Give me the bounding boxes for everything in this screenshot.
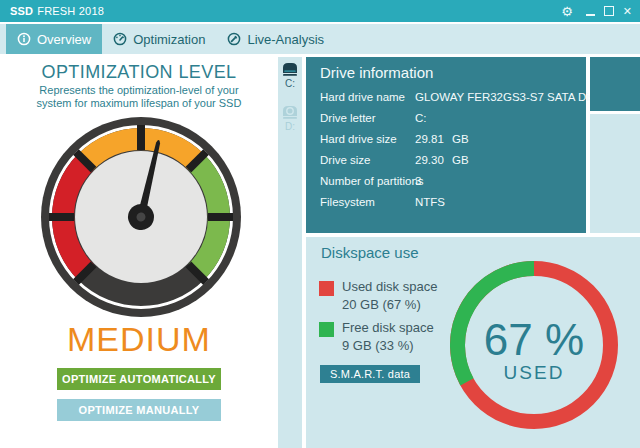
tab-optimization-label: Optimization [133,32,205,47]
donut-used-caption: USED [454,362,614,384]
settings-gear-icon[interactable]: ⚙ [561,5,573,18]
optimize-manually-button[interactable]: OPTIMIZE MANUALLY [57,399,221,421]
free-legend-label: Free disk space [342,319,434,337]
used-legend-swatch [319,281,334,296]
diskspace-panel: Diskspace use Used disk space 20 GB (67 … [306,237,640,448]
right-decor-panel [590,114,640,233]
table-row: Hard drive size 29.81 GB [320,132,582,147]
used-legend-detail: 20 GB (67 %) [342,296,437,314]
right-decor-block [590,57,640,111]
optimization-level-value: MEDIUM [0,320,278,359]
subtitle-line-1: Represents the optimization-level of you… [0,84,278,97]
tab-overview[interactable]: Overview [6,24,102,54]
title-bar: SSDFRESH 2018 ⚙ ✕ [0,0,640,22]
drive-item-d[interactable]: D: [278,104,302,132]
drive-selector-strip: C: D: [278,57,302,448]
hard-drive-icon [281,61,299,77]
row-unit: GB [452,153,469,168]
diskspace-title: Diskspace use [321,244,419,261]
drive-information-panel: Drive information Hard drive name GLOWAY… [306,57,586,233]
row-label: Drive letter [320,111,376,126]
tab-live-analysis[interactable]: Live-Analysis [216,24,335,54]
row-label: Hard drive size [320,132,397,147]
optimization-level-heading: OPTIMIZATION LEVEL [0,62,278,83]
row-value: NTFS [415,195,445,210]
drive-item-c[interactable]: C: [278,61,302,89]
tab-live-analysis-label: Live-Analysis [247,32,324,47]
free-legend-text: Free disk space 9 GB (33 %) [342,319,434,355]
minimize-icon[interactable] [586,6,595,16]
row-label: Filesystem [320,195,375,210]
info-icon [17,32,31,46]
free-legend-swatch [319,322,334,337]
tab-bar: Overview Optimization Live-Analysis [0,24,640,54]
window-title-bold: SSD [10,5,33,17]
pencil-icon [227,32,241,46]
ssd-fresh-window: SSDFRESH 2018 ⚙ ✕ Overview [0,0,640,448]
row-value: 29.30 [415,153,444,168]
drive-information-title: Drive information [320,64,433,81]
table-row: Hard drive name GLOWAY FER32GS3-S7 SATA … [320,90,582,105]
tab-optimization[interactable]: Optimization [102,24,216,54]
row-unit: GB [452,132,469,147]
window-title-rest: FRESH 2018 [37,5,104,17]
row-label: Drive size [320,153,370,168]
window-title: SSDFRESH 2018 [10,5,104,17]
table-row: Number of partitions 3 [320,174,582,189]
donut-percent-text: 67 % [454,315,614,365]
subtitle-line-2: system for maximum lifespan of your SSD [0,97,278,110]
row-value: C: [415,111,427,126]
row-label: Number of partitions [320,174,424,189]
drive-information-rows: Hard drive name GLOWAY FER32GS3-S7 SATA … [320,90,582,210]
row-value: 29.81 [415,132,444,147]
optimization-gauge [40,116,242,318]
free-legend-detail: 9 GB (33 %) [342,337,434,355]
drive-d-label: D: [278,121,302,132]
smart-data-button[interactable]: S.M.A.R.T. data [320,365,420,383]
drive-c-label: C: [278,78,302,89]
speedometer-icon [113,32,127,46]
optimize-automatically-button[interactable]: OPTIMIZE AUTOMATICALLY [57,368,221,390]
tab-overview-label: Overview [37,32,91,47]
row-value: 3 [415,174,421,189]
used-legend-text: Used disk space 20 GB (67 %) [342,278,437,314]
optical-drive-icon [281,104,299,120]
table-row: Filesystem NTFS [320,195,582,210]
table-row: Drive size 29.30 GB [320,153,582,168]
row-label: Hard drive name [320,90,405,105]
maximize-icon[interactable] [604,6,614,16]
used-legend-label: Used disk space [342,278,437,296]
close-icon[interactable]: ✕ [623,6,632,17]
table-row: Drive letter C: [320,111,582,126]
optimization-level-subtitle: Represents the optimization-level of you… [0,84,278,110]
